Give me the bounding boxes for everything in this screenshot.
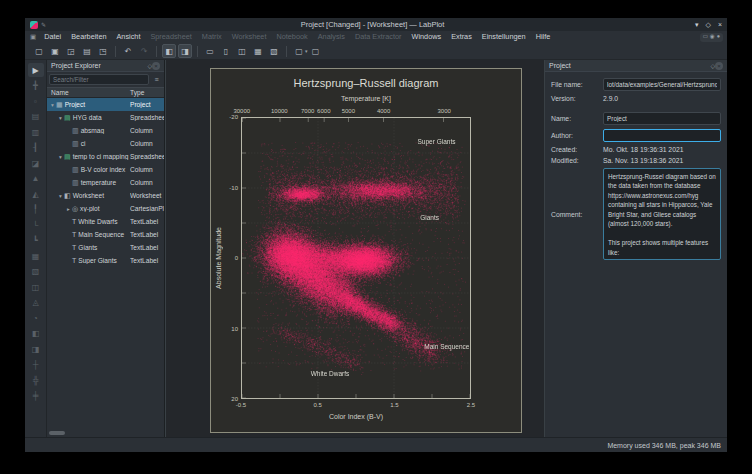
new-worksheet-icon[interactable]: ▧ bbox=[267, 44, 281, 58]
menu-einstellungen[interactable]: Einstellungen bbox=[477, 32, 531, 41]
menu-hilfe[interactable]: Hilfe bbox=[531, 32, 556, 41]
tree-item-label: Worksheet bbox=[73, 192, 104, 199]
tree-row-temp-to-ci-mapping[interactable]: ▾▤temp to ci mappingSpreadsheet bbox=[47, 150, 164, 163]
close-dock-icon[interactable]: × bbox=[152, 62, 160, 70]
name-field[interactable] bbox=[603, 112, 721, 125]
menubar-tray: ▭ ◉ ● bbox=[700, 33, 723, 42]
search-input[interactable] bbox=[49, 74, 149, 85]
new-spreadsheet-icon[interactable]: ◫ bbox=[235, 44, 249, 58]
add-legend-icon[interactable]: ◪ bbox=[28, 156, 44, 170]
column-header-type[interactable]: Type bbox=[130, 89, 164, 96]
toggle-properties-explorer-icon[interactable]: ◨ bbox=[178, 44, 192, 58]
add-xy-curve-icon[interactable]: └ bbox=[28, 218, 44, 232]
toolbar-separator bbox=[286, 46, 287, 57]
tree-item-type: Project bbox=[130, 101, 164, 108]
expander-icon[interactable]: ▾ bbox=[57, 115, 64, 121]
tray-icon-3[interactable]: ● bbox=[717, 34, 720, 40]
worksheet-page[interactable]: Hertzsprung–Russell diagram Temperature … bbox=[210, 68, 522, 433]
zoom-x-select-icon[interactable]: ▤ bbox=[28, 110, 44, 124]
zoom-in-icon[interactable]: ◬ bbox=[28, 296, 44, 310]
document-open-icon[interactable]: ▣ bbox=[48, 44, 62, 58]
expander-icon[interactable]: ▾ bbox=[57, 193, 64, 199]
menu-windows[interactable]: Windows bbox=[407, 32, 447, 41]
navigate-icon[interactable]: ╋ bbox=[28, 79, 44, 93]
document-new-icon[interactable]: ▢ bbox=[32, 44, 46, 58]
filter-options-icon[interactable]: ≡ bbox=[151, 74, 162, 85]
new-notebook-icon[interactable]: ▢ bbox=[309, 44, 323, 58]
expander-icon[interactable]: ▸ bbox=[65, 206, 72, 212]
tree-row-ci[interactable]: ▥ciColumn bbox=[47, 137, 164, 150]
tree-row-temperature[interactable]: ▥temperatureColumn bbox=[47, 176, 164, 189]
x-axis-tick-label: -0.5 bbox=[236, 402, 246, 408]
add-plot-icon[interactable]: ▦ bbox=[28, 249, 44, 263]
form-row-modified-value: Modified:Sa. Nov. 13 19:18:36 2021 bbox=[551, 157, 721, 164]
tree-row-b-v-color-index[interactable]: ▥B-V color indexColumn bbox=[47, 163, 164, 176]
tree-row-absmag[interactable]: ▥absmagColumn bbox=[47, 124, 164, 137]
zoom-y-select-icon[interactable]: ▥ bbox=[28, 125, 44, 139]
tree-row-super-giants[interactable]: TSuper GiantsTextLabel bbox=[47, 254, 164, 267]
tree-item-type: Column bbox=[130, 179, 164, 186]
add-boxplot-icon[interactable]: ◭ bbox=[28, 187, 44, 201]
tray-icon-1[interactable]: ▭ bbox=[703, 34, 708, 40]
export-icon[interactable]: ◳ bbox=[96, 44, 110, 58]
tree-row-giants[interactable]: TGiantsTextLabel bbox=[47, 241, 164, 254]
close-dock-icon[interactable]: × bbox=[715, 62, 723, 70]
maximize-button[interactable]: ◇ bbox=[706, 21, 711, 28]
minimize-button[interactable]: ▾ bbox=[695, 21, 699, 28]
print-icon[interactable]: ▤ bbox=[80, 44, 94, 58]
plot-annotation-giants: Giants bbox=[420, 214, 439, 221]
form-label: Created: bbox=[551, 146, 603, 153]
zoom-fit-icon[interactable]: ◧ bbox=[28, 327, 44, 341]
undo-icon[interactable]: ↶ bbox=[121, 44, 135, 58]
menu-extras[interactable]: Extras bbox=[446, 32, 477, 41]
tree-column-headers[interactable]: Name Type bbox=[47, 87, 164, 98]
add-equation-curve-icon[interactable]: ┗ bbox=[28, 234, 44, 248]
add-text-label-icon[interactable]: ▧ bbox=[28, 265, 44, 279]
zoom-fit-height-icon[interactable]: ◨ bbox=[28, 342, 44, 356]
new-datasource-icon[interactable]: ▢ bbox=[292, 44, 306, 58]
tree-row-main-sequence[interactable]: TMain SequenceTextLabel bbox=[47, 228, 164, 241]
column-header-name[interactable]: Name bbox=[47, 89, 130, 96]
author-field[interactable] bbox=[603, 129, 721, 142]
comment-field[interactable] bbox=[603, 168, 721, 260]
menu-worksheet: Worksheet bbox=[227, 32, 272, 41]
select-cursor-icon[interactable]: ▶ bbox=[28, 63, 44, 77]
horizontal-scrollbar[interactable] bbox=[49, 431, 65, 435]
shift-left-icon[interactable]: ┼ bbox=[28, 358, 44, 372]
tray-icon-2[interactable]: ◉ bbox=[710, 34, 715, 40]
new-workbook-icon[interactable]: ▯ bbox=[219, 44, 233, 58]
menu-datei[interactable]: Datei bbox=[39, 32, 66, 41]
plot-frame[interactable] bbox=[241, 117, 471, 399]
new-matrix-icon[interactable]: ▦ bbox=[251, 44, 265, 58]
tree-row-worksheet[interactable]: ▾◧WorksheetWorksheet bbox=[47, 189, 164, 202]
expander-icon[interactable]: ▾ bbox=[57, 154, 64, 160]
new-folder-icon[interactable]: ▭ bbox=[203, 44, 217, 58]
shift-right-icon[interactable]: ╬ bbox=[28, 373, 44, 387]
toggle-project-explorer-icon[interactable]: ◧ bbox=[162, 44, 176, 58]
file-name-field[interactable] bbox=[603, 78, 721, 91]
tree-row-white-dwarfs[interactable]: TWhite DwarfsTextLabel bbox=[47, 215, 164, 228]
tree-item-type: Spreadsheet bbox=[130, 153, 164, 160]
add-image-icon[interactable]: ◫ bbox=[28, 280, 44, 294]
dropdown-arrow-icon[interactable]: ▾ bbox=[305, 48, 308, 54]
document-save-icon[interactable]: ◲ bbox=[64, 44, 78, 58]
zoom-select-icon[interactable]: ▫ bbox=[28, 94, 44, 108]
add-curve-icon[interactable]: ╿ bbox=[28, 203, 44, 217]
close-button[interactable]: × bbox=[718, 21, 722, 28]
expander-icon[interactable]: ▾ bbox=[49, 102, 56, 108]
add-axis-icon[interactable]: ┨ bbox=[28, 141, 44, 155]
worksheet-view[interactable]: Hertzsprung–Russell diagram Temperature … bbox=[165, 60, 545, 437]
menu-bearbeiten[interactable]: Bearbeiten bbox=[66, 32, 111, 41]
zoom-out-icon[interactable]: ◔ bbox=[28, 311, 44, 325]
form-row-version-value: Version:2.9.0 bbox=[551, 95, 721, 102]
tree-row-xy-plot[interactable]: ▸◎xy-plotCartesianPlot bbox=[47, 202, 164, 215]
tree-item-type: TextLabel bbox=[130, 244, 164, 251]
properties-dock: Project ◇ × File name:Version:2.9.0Name:… bbox=[545, 60, 727, 437]
tree-row-hyg-data[interactable]: ▾▤HYG dataSpreadsheet bbox=[47, 111, 164, 124]
scale-auto-icon[interactable]: ╪ bbox=[28, 389, 44, 403]
menu-ansicht[interactable]: Ansicht bbox=[112, 32, 146, 41]
titlebar[interactable]: ✎ Project [Changed] - [Worksheet] — LabP… bbox=[25, 18, 727, 31]
form-label: Modified: bbox=[551, 157, 603, 164]
add-histogram-icon[interactable]: ▲ bbox=[28, 172, 44, 186]
tree-row-project[interactable]: ▾▦ProjectProject bbox=[47, 98, 164, 111]
